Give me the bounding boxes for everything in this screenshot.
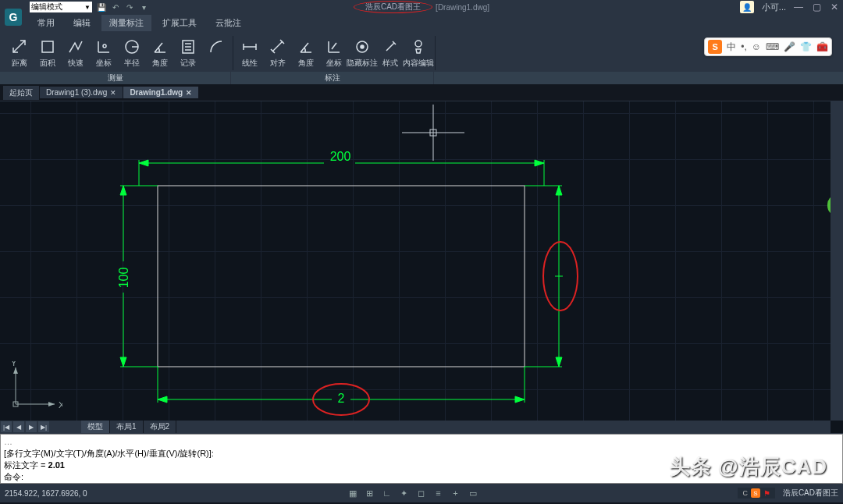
status-dyn-icon[interactable]: + xyxy=(450,487,462,499)
menu-item-1[interactable]: 编辑 xyxy=(66,15,98,31)
ribbon-测量-快速[interactable]: 快速 xyxy=(62,36,89,70)
chevron-down-icon: ▼ xyxy=(84,4,91,11)
svg-line-19 xyxy=(332,43,336,49)
menu-item-4[interactable]: 云批注 xyxy=(208,15,249,31)
ribbon-标注-角度[interactable]: 角度 xyxy=(293,36,319,70)
close-tab-icon[interactable]: ✕ xyxy=(186,89,192,97)
mode-dropdown[interactable]: 编辑模式 ▼ xyxy=(30,2,92,12)
ime-logo-icon[interactable]: S xyxy=(708,40,722,54)
dimension-left[interactable]: 100 xyxy=(117,186,158,367)
rectangle-shape[interactable] xyxy=(158,186,525,367)
ribbon-标注-对齐[interactable]: 对齐 xyxy=(265,36,291,70)
status-model-icon[interactable]: ▭ xyxy=(467,487,479,499)
ime-punct-icon[interactable]: •, xyxy=(741,41,747,52)
ime-toolbar[interactable]: S 中 •, ☺ ⌨ 🎤 👕 🧰 xyxy=(704,37,832,56)
qat-redo-icon[interactable]: ↷ xyxy=(125,2,134,12)
ime-lang-toggle[interactable]: 中 xyxy=(727,41,736,54)
ribbon-标注-隐藏标注[interactable]: 隐藏标注 xyxy=(349,36,375,70)
ribbon-label: 对齐 xyxy=(270,58,286,69)
dimension-bottom[interactable]: 2 xyxy=(158,367,525,405)
ribbon-测量-角度[interactable]: 角度 xyxy=(147,36,173,70)
dist-icon xyxy=(10,37,29,56)
doc-tab-1[interactable]: Drawing1 (3).dwg✕ xyxy=(40,87,123,98)
ribbon-标注-样式[interactable]: 样式 xyxy=(377,36,404,70)
ribbon-label: 半径 xyxy=(124,58,140,69)
drawing-canvas[interactable]: 200 2 100 xyxy=(0,101,843,434)
ucs-x-label: X xyxy=(59,400,62,410)
layout-tab-0[interactable]: 模型 xyxy=(81,421,110,433)
layout-tab-1[interactable]: 布局1 xyxy=(110,421,144,433)
ribbon-label: 坐标 xyxy=(96,58,112,69)
status-lwt-icon[interactable]: ≡ xyxy=(432,487,445,499)
ribbon-测量-半径[interactable]: 半径 xyxy=(119,36,145,70)
dimension-top[interactable]: 200 xyxy=(139,150,544,186)
svg-marker-53 xyxy=(13,367,18,374)
close-tab-icon[interactable]: ✕ xyxy=(110,89,116,97)
ribbon-group-title-1: 标注 xyxy=(231,72,434,84)
command-line[interactable]: … [多行文字(M)/文字(T)/角度(A)/水平(H)/垂直(V)/旋转(R)… xyxy=(0,434,843,484)
close-button[interactable]: ✕ xyxy=(831,2,838,12)
ribbon-测量-坐标[interactable]: 坐标 xyxy=(91,36,117,70)
qat-save-icon[interactable]: 💾 xyxy=(97,2,106,12)
qat-undo-icon[interactable]: ↶ xyxy=(111,2,120,12)
user-avatar[interactable]: 👤 xyxy=(740,1,754,13)
menu-item-0[interactable]: 常用 xyxy=(30,15,62,31)
nav-last-icon[interactable]: ▶| xyxy=(38,421,49,432)
ime-keyboard-icon[interactable]: ⌨ xyxy=(766,41,779,52)
cmd-line-2: 标注文字 = 2.01 xyxy=(4,460,839,471)
ime-voice-icon[interactable]: 🎤 xyxy=(784,41,795,52)
svg-line-0 xyxy=(13,41,25,52)
status-polar-icon[interactable]: ✦ xyxy=(398,487,411,499)
ribbon-标注-坐标[interactable]: 坐标 xyxy=(321,36,347,70)
ribbon-label: 角度 xyxy=(152,58,168,69)
style-icon xyxy=(381,37,400,56)
doc-title: [Drawing1.dwg] xyxy=(436,3,489,12)
svg-marker-40 xyxy=(120,186,126,195)
doc-tab-2[interactable]: Drawing1.dwg✕ xyxy=(123,87,199,98)
ime-toolbox-icon[interactable]: 🧰 xyxy=(816,41,828,52)
ime-skin-icon[interactable]: 👕 xyxy=(800,41,812,52)
ribbon-label: 面积 xyxy=(40,58,55,69)
ribbon-测量-距离[interactable]: 距离 xyxy=(6,36,33,70)
ime-s-badge[interactable]: S xyxy=(751,488,760,498)
status-ortho-icon[interactable]: ∟ xyxy=(381,487,393,499)
nav-next-icon[interactable]: ▶ xyxy=(26,421,37,432)
ribbon-标注-内容编辑[interactable]: 内容编辑 xyxy=(405,36,432,70)
ime-c-icon[interactable]: C xyxy=(742,489,748,497)
status-toggle-icons: ▦ ⊞ ∟ ✦ ◻ ≡ + ▭ xyxy=(347,487,479,499)
svg-point-21 xyxy=(361,45,364,48)
area-icon xyxy=(38,37,57,56)
menu-item-2[interactable]: 测量标注 xyxy=(101,15,151,31)
minimize-button[interactable]: — xyxy=(794,2,803,12)
ime-flag-icon[interactable]: ⚑ xyxy=(763,489,770,498)
menu-item-3[interactable]: 扩展工具 xyxy=(155,15,205,31)
coord-icon xyxy=(94,37,113,56)
status-grid-icon[interactable]: ▦ xyxy=(347,487,359,499)
ribbon-测量-记录[interactable]: 记录 xyxy=(175,36,201,70)
qat-dropdown-icon[interactable]: ▾ xyxy=(139,2,148,12)
ribbon-label: 角度 xyxy=(298,58,314,69)
ribbon-标注-线性[interactable]: 线性 xyxy=(237,36,263,70)
app-logo[interactable]: G xyxy=(0,0,27,34)
status-osnap-icon[interactable]: ◻ xyxy=(415,487,428,499)
doc-tab-label: Drawing1 (3).dwg xyxy=(46,88,107,97)
doc-tab-0[interactable]: 起始页 xyxy=(3,86,40,100)
maximize-button[interactable]: ▢ xyxy=(813,2,821,12)
nav-first-icon[interactable]: |◀ xyxy=(1,421,12,432)
svg-line-14 xyxy=(272,41,283,51)
svg-marker-29 xyxy=(535,160,544,166)
quick-icon xyxy=(66,37,85,56)
crosshair-cursor xyxy=(402,105,464,161)
ribbon-测量-arc2[interactable] xyxy=(203,36,229,70)
document-tabs: 起始页Drawing1 (3).dwg✕Drawing1.dwg✕ xyxy=(0,84,843,101)
vertical-scrollbar[interactable] xyxy=(831,101,843,421)
status-snap-icon[interactable]: ⊞ xyxy=(364,487,376,499)
ribbon-测量-面积[interactable]: 面积 xyxy=(34,36,61,70)
layout-tab-2[interactable]: 布局2 xyxy=(144,421,177,433)
svg-point-4 xyxy=(103,44,106,48)
record-icon xyxy=(179,37,197,56)
nav-prev-icon[interactable]: ◀ xyxy=(13,421,24,432)
app-title-circled: 浩辰CAD看图王 xyxy=(354,1,432,13)
svg-marker-28 xyxy=(139,160,148,166)
ime-emoji-icon[interactable]: ☺ xyxy=(752,41,761,52)
